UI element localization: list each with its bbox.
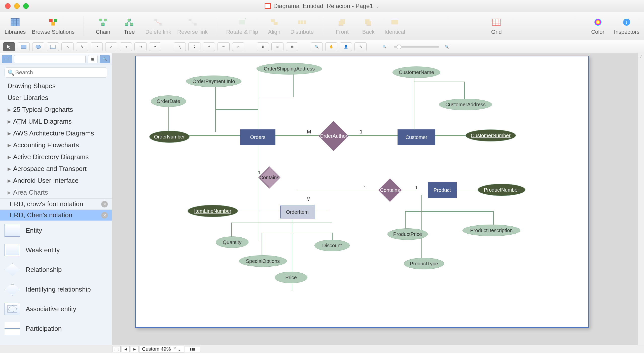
attr-discount[interactable]: Discount — [314, 240, 350, 251]
chain-button[interactable]: Chain — [93, 17, 113, 35]
attr-product-description[interactable]: ProductDescription — [462, 225, 520, 236]
pane-toggle-icon[interactable]: ⋮⋮ — [113, 346, 121, 352]
attr-product-number[interactable]: ProductNumber — [478, 184, 525, 196]
line-draw-2[interactable]: ⤹ — [188, 42, 200, 51]
svg-point-36 — [594, 19, 601, 26]
color-button[interactable]: Color — [588, 17, 608, 35]
svg-rect-30 — [395, 20, 398, 24]
attr-customer-address[interactable]: CustomerAddress — [439, 99, 492, 110]
shape-weak-entity[interactable]: Weak entity — [0, 240, 112, 260]
attr-order-payment[interactable]: OrderPayment Info — [186, 76, 241, 87]
person-tool[interactable]: 👤 — [340, 42, 352, 51]
pointer-tool[interactable] — [3, 42, 15, 51]
sidebar-grid-view-icon[interactable]: ▦ — [88, 55, 98, 63]
line-draw-1[interactable]: ╲ — [174, 42, 186, 51]
svg-rect-6 — [54, 19, 57, 22]
svg-rect-41 — [50, 45, 55, 49]
zoom-slider[interactable] — [394, 46, 439, 48]
attr-order-date[interactable]: OrderDate — [151, 95, 186, 107]
ellipse-tool[interactable] — [32, 42, 44, 51]
category-item[interactable]: ▶Active Directory Diagrams — [0, 151, 112, 163]
zoom-tool[interactable]: 🔍 — [311, 42, 323, 51]
category-item[interactable]: ▶Accounting Flowcharts — [0, 139, 112, 151]
library-tab-chen[interactable]: ERD, Chen's notation ✕ — [0, 209, 112, 221]
page-tab[interactable]: ▮▮▮ — [185, 346, 200, 352]
attr-special-options[interactable]: SpecialOptions — [239, 255, 287, 267]
svg-rect-13 — [130, 23, 133, 25]
browse-solutions-button[interactable]: Browse Solutions — [32, 17, 75, 35]
shape-relationship[interactable]: Relationship — [0, 260, 112, 279]
connector-tool-6[interactable]: ⇥ — [134, 42, 147, 51]
libraries-button[interactable]: Libraries — [5, 17, 26, 35]
connector-tool-1[interactable]: ⤡ — [61, 42, 74, 51]
title-dropdown-icon[interactable]: ⌄ — [376, 3, 379, 9]
grid-button[interactable]: Grid — [486, 17, 507, 35]
line-draw-4[interactable]: 〰 — [218, 42, 230, 51]
tree-button[interactable]: Tree — [119, 17, 139, 35]
attr-quantity[interactable]: Quantity — [216, 236, 248, 248]
category-item[interactable]: Drawing Shapes — [0, 80, 112, 92]
attr-product-type[interactable]: ProductType — [404, 258, 444, 269]
hand-tool[interactable]: ✋ — [325, 42, 337, 51]
sidebar-mode-tree-icon[interactable]: ☷ — [2, 55, 12, 63]
category-item[interactable]: ▶AWS Architecture Diagrams — [0, 127, 112, 139]
zoom-in-button[interactable]: 🔍⁺ — [442, 42, 454, 51]
attr-customer-number[interactable]: CustomerNumber — [466, 129, 516, 141]
weak-entity-orderitem[interactable]: OrderItem — [280, 205, 315, 219]
entity-product[interactable]: Product — [428, 182, 457, 198]
entity-orders[interactable]: Orders — [240, 129, 275, 145]
attr-price[interactable]: Price — [275, 272, 307, 283]
close-icon[interactable]: ✕ — [101, 212, 108, 219]
attr-itemline-number[interactable]: ItemLineNumber — [188, 205, 238, 217]
canvas[interactable]: ⤢ — [112, 53, 644, 345]
group-tool-3[interactable]: ▦ — [286, 42, 298, 51]
svg-line-16 — [156, 21, 161, 24]
category-item[interactable]: ▶Area Charts — [0, 187, 112, 198]
shape-optional-participation[interactable]: Optional participation — [0, 338, 112, 345]
relationship-contains-1[interactable]: Contains — [258, 166, 280, 189]
attr-customer-name[interactable]: CustomerName — [392, 66, 440, 78]
category-item[interactable]: ▶ATM UML Diagrams — [0, 116, 112, 127]
crop-tool[interactable]: ✂ — [149, 42, 161, 51]
expand-icon[interactable]: ⤢ — [638, 54, 643, 59]
library-tab-crowsfoot[interactable]: ERD, crow's foot notation ✕ — [0, 198, 112, 209]
entity-customer[interactable]: Customer — [398, 129, 435, 145]
zoom-out-button[interactable]: 🔍⁻ — [379, 42, 391, 51]
shape-entity[interactable]: Entity — [0, 221, 112, 240]
connector-tool-2[interactable]: ↳ — [76, 42, 88, 51]
svg-rect-12 — [125, 23, 128, 25]
category-item[interactable]: ▶25 Typical Orgcharts — [0, 104, 112, 116]
group-tool-1[interactable]: ⧉ — [257, 42, 269, 51]
group-tool-2[interactable]: ⧈ — [271, 42, 283, 51]
category-item[interactable]: User Libraries — [0, 92, 112, 104]
page[interactable]: M 1 1 M 1 1 Orders Customer Product Orde… — [135, 56, 589, 328]
pencil-tool[interactable]: ✎ — [354, 42, 367, 51]
shape-participation[interactable]: Participation — [0, 319, 112, 338]
close-icon[interactable]: ✕ — [101, 201, 108, 207]
relationship-contains-2[interactable]: Contains — [378, 178, 402, 202]
sidebar-search-toggle-icon[interactable]: 🔍 — [100, 55, 110, 63]
connector-tool-3[interactable]: ⤻ — [91, 42, 103, 51]
shape-associative-entity[interactable]: Associative entity — [0, 299, 112, 319]
next-page-button[interactable]: ▶ — [131, 346, 139, 352]
search-input[interactable] — [5, 67, 107, 78]
rect-tool[interactable] — [18, 42, 30, 51]
line-draw-3[interactable]: ༄ — [203, 42, 215, 51]
svg-rect-11 — [128, 19, 131, 21]
category-item[interactable]: ▶Aerospace and Transport — [0, 163, 112, 175]
attr-order-shipping[interactable]: OrderShippingAddress — [257, 63, 322, 75]
category-item[interactable]: ▶Android User Interface — [0, 175, 112, 187]
attr-product-price[interactable]: ProductPrice — [387, 228, 428, 240]
prev-page-button[interactable]: ◀ — [122, 346, 130, 352]
vertical-scrollbar[interactable]: ⤢ — [638, 53, 644, 345]
attr-order-number[interactable]: OrderNumber — [149, 131, 190, 143]
connector-tool-5[interactable]: ⇢ — [120, 42, 132, 51]
text-tool[interactable] — [47, 42, 59, 51]
zoom-select[interactable]: Custom 49%⌃⌄ — [139, 346, 184, 353]
shape-identifying-relationship[interactable]: Identifying relationship — [0, 279, 112, 299]
relationship-orderauthor[interactable]: OrderAuthor — [319, 121, 349, 151]
inspectors-button[interactable]: i Inspectors — [614, 17, 640, 35]
line-draw-5[interactable]: ⩫ — [232, 42, 244, 51]
sidebar-filter-select[interactable] — [14, 55, 86, 63]
connector-tool-4[interactable]: ⤢ — [105, 42, 117, 51]
